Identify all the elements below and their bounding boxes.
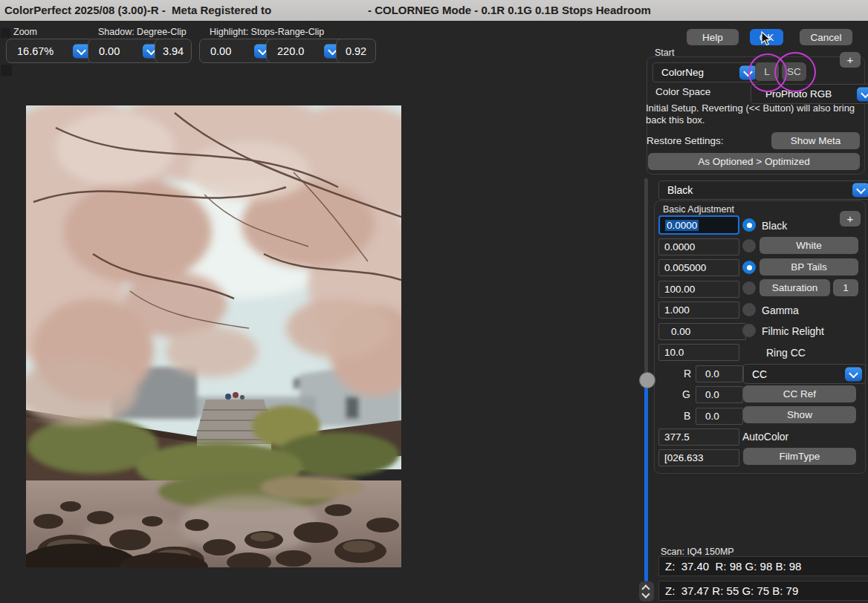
shadow-label: Shadow: Degree-Clip (98, 27, 187, 37)
filmic-relight-label: Filmic Relight (762, 325, 824, 337)
initial-setup-note: Initial Setup. Reverting (<< Button) wil… (646, 102, 863, 126)
shadow-degree-value: 0.00 (99, 45, 120, 57)
cc-select[interactable]: CC (743, 364, 866, 384)
white-radio[interactable] (742, 239, 756, 252)
annotation-circle-sc (774, 52, 816, 92)
gamma-label: Gamma (762, 304, 799, 316)
mode-select[interactable]: ColorNeg (652, 62, 760, 82)
chevron-down-icon[interactable] (852, 183, 868, 198)
black-radio[interactable] (742, 218, 756, 232)
photo-preview[interactable] (26, 105, 401, 567)
cc-b-input[interactable]: 0.0 (696, 408, 743, 425)
start-plus-button[interactable]: + (840, 52, 861, 68)
mode-value: ColorNeg (661, 67, 704, 78)
title-left: ColorPerfect 2025/08 (3.00)-R - Meta Reg… (4, 4, 271, 16)
cc-value: CC (752, 368, 767, 380)
g-label: G (682, 388, 690, 400)
zoom-value: 16.67% (17, 45, 54, 57)
mouse-cursor-icon (760, 31, 773, 46)
preview-slider-fill (644, 386, 648, 581)
canvas-artifact (1, 65, 12, 76)
cc-g-input[interactable]: 0.0 (696, 386, 743, 403)
restore-settings-label: Restore Settings: (647, 135, 724, 146)
white-value-input[interactable]: 0.0000 (658, 238, 739, 255)
show-meta-button[interactable]: Show Meta (771, 132, 860, 149)
help-button[interactable]: Help (687, 29, 739, 45)
title-right: - COLORNEG Mode - 0.1R 0.1G 0.1B Stops H… (368, 4, 651, 16)
zoom-select[interactable]: 16.67% (6, 39, 94, 63)
zoom-label: Zoom (13, 27, 37, 37)
saturation-count-button[interactable]: 1 (833, 279, 858, 296)
bp-tails-value-input[interactable]: 0.005000 (658, 259, 739, 276)
saturation-value-input[interactable]: 100.00 (658, 281, 739, 298)
chevron-down-icon[interactable] (857, 87, 868, 101)
bp-tails-button[interactable]: BP Tails (760, 258, 858, 276)
scan-label: Scan: IQ4 150MP (661, 547, 734, 557)
shadow-degree-select[interactable]: 0.00 (88, 39, 163, 63)
r-label: R (684, 368, 691, 379)
readout-stepper[interactable] (639, 581, 654, 602)
autocolor-value-input[interactable]: 377.5 (658, 428, 739, 446)
cherry-blossom-photo (26, 105, 401, 567)
saturation-button[interactable]: Saturation (760, 279, 830, 296)
highlight-stops-select[interactable]: 0.00 (199, 39, 275, 63)
cc-ref-button[interactable]: CC Ref (743, 385, 856, 402)
highlight-clip-value: 0.92 (346, 45, 366, 57)
chevron-down-icon (641, 590, 650, 598)
readout-row-1: Z: 37.40 R: 98 G: 98 B: 98 (658, 556, 868, 576)
gamma-radio[interactable] (742, 303, 756, 316)
shadow-clip-value: 3.94 (163, 45, 184, 57)
highlight-label: Highlight: Stops-Range-Clip (210, 27, 324, 37)
bp-tails-radio[interactable] (742, 261, 756, 274)
filmic-relight-radio[interactable] (742, 324, 756, 337)
channel-select[interactable]: Black (658, 180, 868, 200)
autocolor-label: AutoColor (742, 431, 788, 443)
highlight-stops-value: 0.00 (210, 45, 231, 57)
highlight-clip-field[interactable]: 0.92 (336, 39, 376, 63)
white-button[interactable]: White (760, 237, 858, 254)
color-space-label: Color Space (655, 86, 710, 97)
show-button[interactable]: Show (743, 406, 856, 423)
filmtype-button[interactable]: FilmType (743, 448, 856, 465)
title-bar: ColorPerfect 2025/08 (3.00)-R - Meta Reg… (0, 0, 868, 21)
channel-value: Black (667, 184, 693, 196)
saturation-radio[interactable] (742, 281, 756, 295)
ring-cc-label: Ring CC (766, 347, 806, 359)
as-optioned-optimized-button[interactable]: As Optioned > Optimized (648, 153, 860, 170)
chevron-down-icon[interactable] (845, 367, 862, 381)
shadow-clip-field[interactable]: 3.94 (155, 39, 192, 63)
adjust-plus-button[interactable]: + (840, 211, 861, 226)
basic-adjustment-label: Basic Adjustment (663, 204, 734, 215)
ring-cc-value-input[interactable]: 10.0 (658, 344, 739, 361)
black-label: Black (762, 220, 787, 232)
canvas-artifact (1, 28, 10, 38)
cc-r-input[interactable]: 0.0 (696, 365, 743, 382)
b-label: B (684, 410, 690, 422)
black-value-input[interactable]: 0.0000 (658, 215, 739, 235)
filmtype-value-input[interactable]: [026.633 (658, 449, 739, 466)
highlight-range-select[interactable]: 220.0 (266, 39, 345, 63)
readout-row-2: Z: 37.47 R: 55 G: 75 B: 79 (658, 581, 868, 601)
cancel-button[interactable]: Cancel (800, 29, 852, 45)
filmic-relight-value-input[interactable]: 0.00 (658, 323, 746, 340)
highlight-range-value: 220.0 (277, 45, 304, 57)
start-label: Start (655, 48, 674, 58)
gamma-value-input[interactable]: 1.000 (658, 302, 739, 319)
selected-text: 0.0000 (665, 220, 699, 231)
preview-slider-handle[interactable] (639, 372, 655, 388)
colorperfect-window: ColorPerfect 2025/08 (3.00)-R - Meta Reg… (0, 0, 868, 603)
preview-slider-track[interactable] (644, 178, 648, 373)
